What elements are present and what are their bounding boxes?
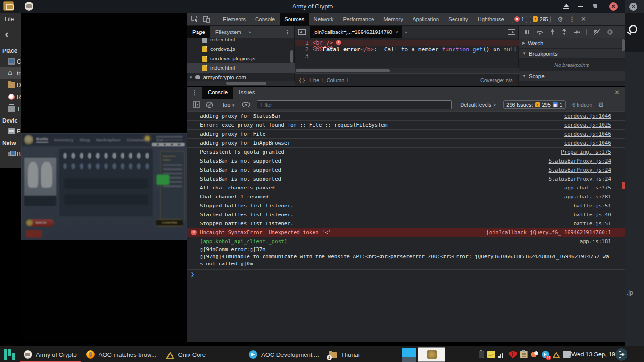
tab-page[interactable]: Page: [187, 26, 210, 38]
console-log-row[interactable]: Persistent fs quota grantedPreparing.js:…: [187, 148, 625, 156]
network-signal-icon[interactable]: [498, 351, 506, 358]
battery-icon[interactable]: [479, 351, 484, 358]
tab-performance[interactable]: Performance: [339, 13, 379, 26]
minimize-button[interactable]: [576, 2, 585, 11]
game-nav-shop[interactable]: Shop: [80, 138, 91, 142]
source-tree-item[interactable]: ▾armyofcrypto.com: [187, 73, 295, 81]
console-source-link[interactable]: StatusBarProxy.js:24: [543, 176, 611, 182]
game-nav-inventory[interactable]: Inventory: [54, 138, 74, 142]
error-count-chip[interactable]: ✕1: [512, 16, 527, 23]
console-source-link[interactable]: app.chat.js:275: [559, 185, 611, 191]
back-icon[interactable]: ‹: [0, 26, 21, 45]
more-editor-tabs-icon[interactable]: »: [402, 29, 409, 35]
taskbar-window-tg[interactable]: AOC Development ...: [244, 346, 324, 362]
tab-elements[interactable]: Elements: [218, 13, 250, 26]
step-into-icon[interactable]: [550, 29, 555, 35]
tab-close-icon[interactable]: ×: [396, 29, 398, 35]
game-nav-est[interactable]: Est: [157, 138, 163, 142]
more-tabs-icon[interactable]: »: [247, 29, 253, 35]
sidebar-item-computer[interactable]: C: [0, 56, 21, 67]
console-source-link[interactable]: join?callback=jQuery…f&_=1694621914760:1: [480, 230, 611, 236]
source-tree-item[interactable]: cordova.js: [187, 44, 295, 54]
tab-console[interactable]: Console: [202, 87, 233, 99]
console-sidebar-icon[interactable]: [193, 101, 200, 108]
app-menu-button[interactable]: [4, 349, 15, 360]
watch-section[interactable]: ▶Watch: [519, 38, 625, 49]
pause-icon[interactable]: [524, 29, 530, 35]
console-source-link[interactable]: cordova.js:1046: [559, 131, 611, 137]
step-out-icon[interactable]: [561, 29, 567, 35]
console-source-link[interactable]: battle.js:40: [568, 212, 611, 218]
console-source-link[interactable]: StatusBarProxy.js:24: [543, 167, 611, 173]
inspect-icon[interactable]: [191, 16, 199, 23]
devtools-close-icon[interactable]: ✕: [581, 16, 586, 23]
tab-network[interactable]: Network: [309, 13, 338, 26]
pause-on-exceptions-icon[interactable]: [607, 29, 613, 35]
show-debugger-icon[interactable]: [508, 29, 515, 35]
tab-filesystem[interactable]: Filesystem: [210, 26, 247, 38]
back-button[interactable]: BACK: [28, 219, 54, 227]
console-source-link[interactable]: StatusBarProxy.js:24: [543, 158, 611, 164]
sidebar-item-net[interactable]: B: [0, 148, 21, 160]
console-settings-icon[interactable]: ⚙: [598, 101, 604, 108]
step-over-icon[interactable]: [536, 29, 544, 35]
small-red-button[interactable]: [26, 230, 42, 238]
clear-console-icon[interactable]: [206, 101, 213, 108]
console-log-row[interactable]: Started battles list listener.battle.js:…: [187, 210, 625, 219]
live-expression-icon[interactable]: [242, 102, 250, 107]
join-badge[interactable]: [157, 175, 169, 185]
tab-lighthouse[interactable]: Lighthouse: [473, 13, 509, 26]
code-area[interactable]: 1<br />✕2<b>Fatal error</b>: Call to a m…: [295, 38, 519, 68]
tree-hscrollbar[interactable]: [187, 81, 295, 86]
drawer-close-icon[interactable]: ✕: [614, 89, 619, 96]
redshift-icon[interactable]: [531, 351, 538, 358]
context-selector[interactable]: top ▼: [223, 102, 235, 107]
console-log-row[interactable]: StatusBar is not supportedStatusBarProxy…: [187, 156, 625, 165]
source-tree-item[interactable]: index.html: [187, 63, 295, 73]
editor-hscrollbar[interactable]: [295, 68, 519, 73]
navigator-menu-icon[interactable]: ⋮: [285, 29, 290, 35]
issues-chip[interactable]: 296 Issues: !295 ▤1: [503, 100, 566, 109]
search-icon[interactable]: [629, 25, 637, 33]
sidebar-scrollbar[interactable]: [622, 39, 625, 51]
workspace-thumbnail[interactable]: [402, 348, 416, 362]
console-log-row[interactable]: Error: exec proxy not found for :: File …: [187, 121, 625, 130]
console-log-row[interactable]: All chat channels pausedapp.chat.js:275: [187, 183, 625, 192]
tab-sources[interactable]: Sources: [280, 13, 309, 26]
game-nav-battle[interactable]: Battle: [36, 137, 48, 143]
console-log-row[interactable]: StatusBar is not supportedStatusBarProxy…: [187, 165, 625, 174]
console-source-link[interactable]: app.js:181: [574, 239, 611, 245]
game-nav-marketplace[interactable]: Marketplace: [96, 138, 121, 142]
game-nav-community[interactable]: Community: [127, 138, 150, 142]
expand-caret-icon[interactable]: ▾: [190, 75, 192, 80]
console-source-link[interactable]: cordova.js:1046: [559, 140, 611, 146]
log-levels-selector[interactable]: Default levels ▼: [460, 102, 496, 107]
console-log-row[interactable]: Chat channel 1 resumedapp.chat.js:281: [187, 192, 625, 201]
console-log-row[interactable]: adding proxy for StatusBarcordova.js:104…: [187, 112, 625, 121]
settings-gear-icon[interactable]: ⚙: [557, 16, 563, 23]
shield-icon[interactable]: [509, 351, 517, 358]
carousel-strip[interactable]: [152, 143, 185, 146]
shade-button[interactable]: [562, 2, 570, 11]
warning-count-chip[interactable]: !295: [530, 16, 551, 23]
console-log-row[interactable]: adding proxy for Filecordova.js:1046: [187, 130, 625, 139]
source-tree-item[interactable]: cordova_plugins.js: [187, 54, 295, 63]
telegram-tray-icon[interactable]: 44: [542, 351, 549, 358]
tree-scrollbar[interactable]: [290, 50, 293, 63]
device-toolbar-icon[interactable]: [203, 16, 211, 23]
console-log-row[interactable]: adding proxy for InAppBrowsercordova.js:…: [187, 139, 625, 148]
drawer-menu-icon[interactable]: ⋮: [187, 90, 202, 96]
tab-application[interactable]: Application: [408, 13, 444, 26]
console-error-row[interactable]: ✕ Uncaught SyntaxError: Unexpected token…: [187, 228, 625, 237]
sticky-notes-icon[interactable]: [563, 351, 571, 358]
filter-input[interactable]: [257, 100, 452, 109]
console-source-link[interactable]: Preparing.js:175: [555, 149, 611, 155]
console-log-row[interactable]: Stopped battles list listener.battle.js:…: [187, 201, 625, 210]
pretty-print-icon[interactable]: { }: [299, 77, 305, 83]
logout-icon[interactable]: [615, 348, 627, 361]
taskbar-window-ff[interactable]: AOC matches brow...: [82, 346, 161, 362]
character-card[interactable]: [24, 148, 56, 206]
restore-button[interactable]: [591, 2, 600, 11]
sidebar-item-drive[interactable]: F: [0, 125, 21, 137]
scope-section[interactable]: ▼Scope: [519, 71, 625, 82]
